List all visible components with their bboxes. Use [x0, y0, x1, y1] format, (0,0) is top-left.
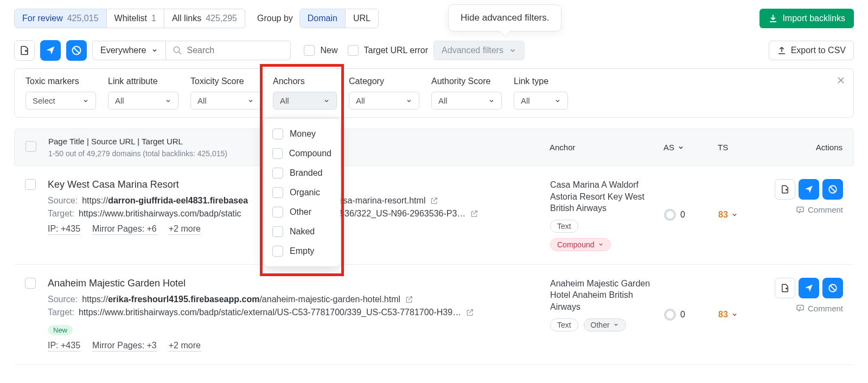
file-export-icon [780, 184, 790, 194]
ts-cell[interactable]: 83 [718, 278, 756, 352]
ts-cell[interactable]: 83 [718, 179, 756, 251]
comment-button[interactable]: Comment [796, 304, 843, 313]
filter-authority-score[interactable]: All [431, 92, 502, 110]
tab-for-review[interactable]: For review 425,015 [15, 9, 106, 28]
source-label: Source: [48, 196, 78, 206]
group-by-domain[interactable]: Domain [300, 9, 345, 28]
anchor-tag-compound[interactable]: Compound [550, 238, 611, 251]
ip-link[interactable]: IP: +435 [48, 341, 80, 352]
advanced-filters-toggle[interactable]: Advanced filters [433, 41, 525, 60]
chevron-down-icon [82, 98, 89, 104]
chevron-down-icon [151, 47, 158, 54]
filter-category[interactable]: All [349, 92, 419, 110]
filter-link-type[interactable]: All [514, 92, 568, 110]
row-disavow-button[interactable] [775, 179, 795, 200]
new-checkbox[interactable]: New [304, 45, 337, 56]
anchor-option-compound[interactable]: Compound [264, 144, 340, 163]
svg-point-1 [174, 47, 180, 53]
comment-button[interactable]: Comment [796, 205, 843, 214]
checkbox-icon [272, 148, 283, 159]
external-link-icon[interactable] [430, 196, 438, 205]
search-field[interactable] [166, 41, 291, 60]
new-badge: New [48, 325, 73, 335]
filter-toxic-markers[interactable]: Select [25, 92, 96, 110]
checkbox-icon [272, 207, 283, 218]
target-url-error-label: Target URL error [364, 46, 429, 55]
export-csv-button[interactable]: Export to CSV [769, 41, 854, 60]
external-link-icon[interactable] [465, 308, 474, 317]
source-url[interactable]: https://darron-giuffrida-eel4831.firebas… [82, 196, 248, 206]
block-icon [71, 45, 82, 56]
more-link[interactable]: +2 more [169, 341, 201, 352]
anchor-option-naked[interactable]: Naked [264, 222, 340, 241]
as-value: 0 [680, 310, 685, 320]
col-header-actions: Actions [767, 143, 843, 152]
mirror-pages-link[interactable]: Mirror Pages: +3 [92, 341, 157, 352]
advanced-filters-bar: Toxic markers Select Link attribute All … [14, 68, 854, 118]
chevron-down-icon [247, 98, 254, 104]
anchor-option-money[interactable]: Money [264, 124, 340, 144]
new-checkbox-label: New [320, 46, 337, 55]
row-block-button[interactable] [822, 179, 843, 200]
chevron-down-icon [509, 47, 516, 54]
tab-for-review-count: 425,015 [67, 14, 99, 23]
chevron-down-icon [598, 241, 604, 247]
filter-link-attribute[interactable]: All [108, 92, 178, 110]
send-button[interactable] [40, 40, 61, 61]
block-icon [828, 184, 838, 194]
checkbox-icon [272, 129, 283, 139]
external-link-icon[interactable] [470, 209, 478, 218]
ip-link[interactable]: IP: +435 [48, 224, 80, 235]
ts-value: 83 [718, 210, 728, 220]
import-backlinks-label: Import backlinks [782, 14, 845, 23]
filter-label-authority-score: Authority Score [431, 76, 502, 86]
search-input[interactable] [187, 46, 284, 55]
select-all-checkbox[interactable] [25, 141, 36, 152]
page-title: Anaheim Majestic Garden Hotel [48, 278, 539, 289]
import-backlinks-button[interactable]: Import backlinks [760, 9, 854, 28]
row-send-button[interactable] [799, 179, 819, 200]
chevron-down-icon [488, 98, 495, 104]
filter-anchors[interactable]: All [273, 92, 337, 110]
tab-whitelist[interactable]: Whitelist 1 [106, 9, 164, 28]
anchor-option-branded[interactable]: Branded [264, 163, 340, 183]
anchor-option-organic[interactable]: Organic [264, 183, 340, 202]
block-button[interactable] [66, 40, 87, 61]
scope-dropdown[interactable]: Everywhere [92, 41, 166, 60]
search-icon [173, 46, 182, 55]
anchor-tag-text: Text [550, 220, 578, 233]
group-by-url[interactable]: URL [345, 9, 378, 28]
checkbox-icon [304, 45, 315, 56]
close-filters-button[interactable] [836, 75, 846, 88]
checkbox-icon [272, 168, 283, 178]
disavow-file-button[interactable] [14, 40, 35, 61]
anchor-tag-text: Text [550, 318, 578, 331]
anchor-text: Anaheim Majestic Garden Hotel Anaheim Br… [550, 278, 653, 313]
row-disavow-button[interactable] [775, 278, 795, 298]
paper-plane-icon [804, 283, 814, 293]
mirror-pages-link[interactable]: Mirror Pages: +6 [92, 224, 157, 235]
source-url[interactable]: https://erika-freshourl4195.firebaseapp.… [82, 295, 400, 304]
filter-label-toxic-markers: Toxic markers [25, 76, 96, 86]
target-url[interactable]: https://www.britishairways.com/badp/stat… [79, 308, 461, 317]
row-checkbox[interactable] [25, 278, 36, 289]
col-header-as[interactable]: AS [663, 143, 707, 152]
filter-label-anchors: Anchors [273, 76, 337, 86]
anchor-tag-other[interactable]: Other [584, 318, 626, 331]
external-link-icon[interactable] [405, 295, 413, 304]
more-link[interactable]: +2 more [169, 224, 201, 235]
ts-value: 83 [718, 310, 728, 320]
filter-toxicity-score[interactable]: All [190, 92, 261, 110]
target-label: Target: [48, 308, 74, 317]
row-block-button[interactable] [822, 278, 843, 298]
target-url-error-checkbox[interactable]: Target URL error [348, 45, 429, 56]
tab-all-links[interactable]: All links 425,295 [164, 9, 245, 28]
anchor-option-other[interactable]: Other [264, 202, 340, 222]
chevron-down-icon [731, 212, 738, 218]
anchor-option-empty[interactable]: Empty [264, 241, 340, 261]
row-send-button[interactable] [799, 278, 819, 298]
group-by-toggle: Domain URL [299, 9, 379, 28]
row-checkbox[interactable] [25, 179, 36, 190]
target-url[interactable]: https://www.britishairways.com/badp/stat… [79, 209, 241, 219]
filter-label-link-attribute: Link attribute [108, 76, 178, 86]
